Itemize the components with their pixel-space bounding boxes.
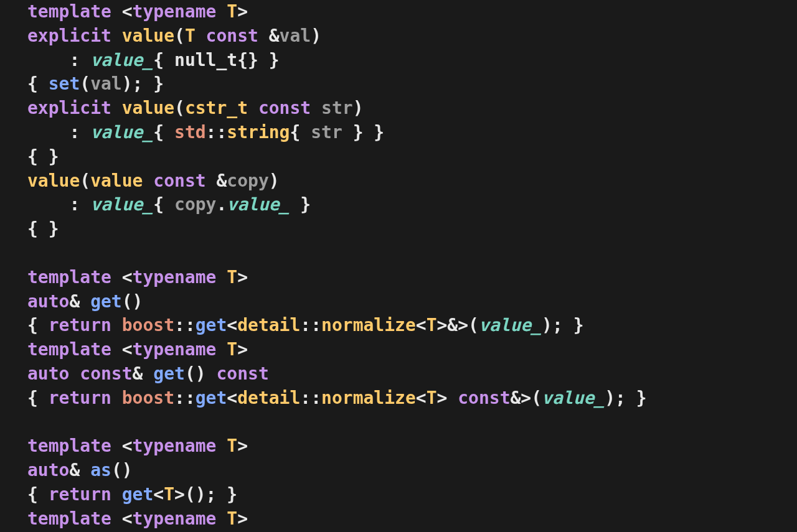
code-token: detail xyxy=(237,388,300,408)
code-token: value_ xyxy=(479,315,542,335)
code-line: template <typename T> xyxy=(27,267,248,287)
code-token: auto xyxy=(27,291,69,312)
code-line: { } xyxy=(27,146,59,167)
code-token: detail xyxy=(237,315,300,335)
code-token: template xyxy=(27,508,122,529)
code-token: get xyxy=(196,315,227,335)
code-token: T xyxy=(227,267,237,287)
code-token: & xyxy=(69,291,90,312)
code-token: get xyxy=(122,484,154,505)
code-token: get xyxy=(153,363,185,384)
code-line: explicit value(T const &val) xyxy=(27,26,321,46)
code-token: : xyxy=(27,194,90,215)
code-token: T xyxy=(185,26,206,46)
code-token: value xyxy=(27,170,80,191)
code-token: ); } xyxy=(122,73,164,94)
code-token: explicit xyxy=(27,98,122,118)
code-token: ); } xyxy=(605,388,646,408)
code-token: std xyxy=(174,122,206,142)
code-token: :: xyxy=(300,388,321,408)
code-line: auto const& get() const xyxy=(27,363,269,384)
code-token: normalize xyxy=(321,388,416,408)
code-token: cstr_t xyxy=(185,98,258,118)
code-token: > xyxy=(237,267,248,287)
code-line: : value_{ copy.value_ } xyxy=(27,194,311,215)
code-token: as xyxy=(90,460,111,480)
code-token: & xyxy=(133,363,154,384)
code-token: < xyxy=(416,388,427,408)
code-token: T xyxy=(227,436,237,456)
code-line: explicit value(cstr_t const str) xyxy=(27,98,363,118)
code-token: val xyxy=(90,73,122,94)
code-token: { xyxy=(27,73,49,94)
code-token: () xyxy=(185,363,217,384)
code-token: const xyxy=(80,363,132,384)
code-token: < xyxy=(122,436,133,456)
code-token: copy xyxy=(227,170,268,191)
code-token: ) xyxy=(311,26,321,46)
code-token: T xyxy=(427,315,437,335)
code-line: { } xyxy=(27,218,59,239)
code-token: } xyxy=(290,194,311,215)
code-token: : xyxy=(27,50,90,70)
code-token: template xyxy=(27,436,122,456)
code-token: ( xyxy=(174,26,185,46)
code-token: const xyxy=(206,26,269,46)
code-token: ) xyxy=(353,98,364,118)
code-token: auto xyxy=(27,363,80,384)
code-token: < xyxy=(122,1,133,22)
code-token: const xyxy=(458,388,510,408)
code-line: value(value const &copy) xyxy=(27,170,280,191)
code-token: copy xyxy=(174,194,216,215)
code-token: normalize xyxy=(321,315,416,335)
code-line: template <typename T> xyxy=(27,508,248,529)
code-token: str xyxy=(311,122,342,142)
code-token: value xyxy=(90,170,153,191)
code-token: ( xyxy=(174,98,185,118)
code-line: auto& as() xyxy=(27,460,133,480)
code-token: < xyxy=(122,508,133,529)
code-token: string xyxy=(227,122,290,142)
code-token: T xyxy=(427,388,437,408)
code-token: boost xyxy=(122,315,174,335)
code-token: ( xyxy=(80,73,90,94)
code-token: :: xyxy=(174,315,196,335)
code-token: T xyxy=(164,484,174,505)
code-token: value_ xyxy=(90,50,153,70)
code-token: template xyxy=(27,339,122,360)
code-token: { xyxy=(153,50,174,70)
code-token: T xyxy=(227,1,237,22)
code-token: value_ xyxy=(90,122,153,142)
code-token: ); } xyxy=(542,315,583,335)
code-token: & xyxy=(269,26,280,46)
code-token: { xyxy=(27,388,49,408)
code-token: value_ xyxy=(90,194,153,215)
code-line: { return get<T>(); } xyxy=(27,484,237,505)
code-token: :: xyxy=(206,122,227,142)
code-line: template <typename T> xyxy=(27,436,248,456)
code-token: val xyxy=(280,26,311,46)
code-block: template <typename T> explicit value(T c… xyxy=(0,0,797,531)
code-token: get xyxy=(90,291,122,312)
code-token: > xyxy=(237,436,248,456)
code-token: { } xyxy=(27,218,59,239)
code-token: template xyxy=(27,267,122,287)
code-line: : value_{ std::string{ str } } xyxy=(27,122,384,142)
code-token: T xyxy=(227,508,237,529)
code-token: const xyxy=(258,98,321,118)
code-token: >&>( xyxy=(437,315,479,335)
code-token: < xyxy=(227,315,237,335)
code-token: > xyxy=(237,508,248,529)
code-token: > xyxy=(237,339,248,360)
code-line: : value_{ null_t{} } xyxy=(27,50,280,70)
code-token: typename xyxy=(133,267,227,287)
code-token: < xyxy=(122,267,133,287)
code-token: return xyxy=(49,484,122,505)
code-token: boost xyxy=(122,388,174,408)
code-token: : xyxy=(27,122,90,142)
code-token: value_ xyxy=(227,194,290,215)
code-token: &>( xyxy=(511,388,542,408)
code-token: get xyxy=(196,388,227,408)
code-token: & xyxy=(216,170,227,191)
code-token: {} } xyxy=(237,50,279,70)
